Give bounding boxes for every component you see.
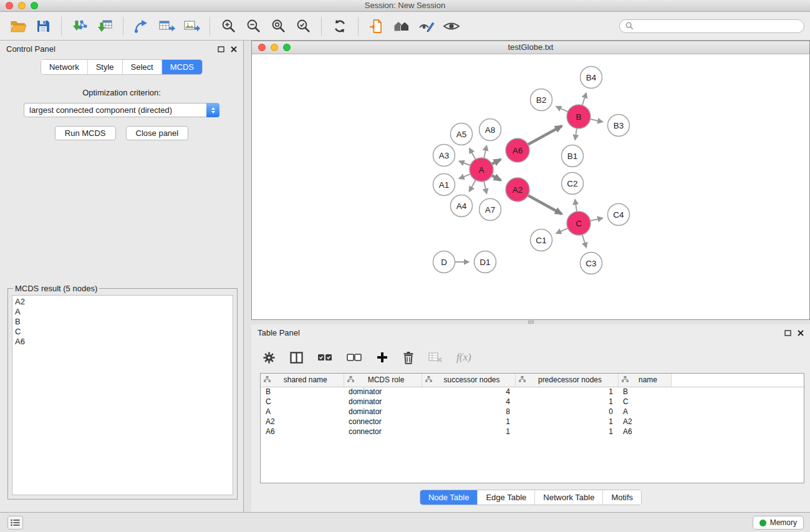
control-panel-tab-style[interactable]: Style xyxy=(88,60,123,74)
mcds-result-item[interactable]: B xyxy=(15,317,230,327)
graph-node-C2[interactable]: C2 xyxy=(562,173,584,195)
close-window-button[interactable] xyxy=(6,2,13,9)
graph-edge-A6-B[interactable] xyxy=(528,126,562,145)
node-table-container[interactable]: shared nameMCDS rolesuccessor nodesprede… xyxy=(260,373,804,483)
graph-node-A1[interactable]: A1 xyxy=(433,174,455,196)
zoom-in-button[interactable] xyxy=(218,15,238,37)
graph-node-B2[interactable]: B2 xyxy=(531,89,552,111)
table-cell[interactable]: 1 xyxy=(422,417,515,427)
graph-node-C4[interactable]: C4 xyxy=(608,204,630,226)
float-panel-icon[interactable] xyxy=(784,330,791,336)
table-cell[interactable]: dominator xyxy=(344,397,422,407)
memory-button[interactable]: Memory xyxy=(753,516,804,530)
column-header-predecessor-nodes[interactable]: predecessor nodes xyxy=(515,374,618,387)
mcds-result-item[interactable]: A xyxy=(15,307,230,317)
minimize-window-button[interactable] xyxy=(18,2,26,9)
network-minimize-button[interactable] xyxy=(271,44,278,51)
table-cell[interactable]: A6 xyxy=(618,427,671,437)
graph-edge-B-B3[interactable] xyxy=(591,119,603,122)
export-table-button[interactable] xyxy=(157,15,176,37)
graph-edge-C-C4[interactable] xyxy=(591,218,603,221)
table-row[interactable]: Adominator80A xyxy=(261,407,804,417)
graph-node-A5[interactable]: A5 xyxy=(451,123,473,145)
mcds-result-item[interactable]: A6 xyxy=(15,337,230,347)
table-row[interactable]: Bdominator41B xyxy=(261,387,804,397)
graph-node-B4[interactable]: B4 xyxy=(581,67,602,89)
graph-edge-A-A5[interactable] xyxy=(470,148,476,159)
graph-node-A4[interactable]: A4 xyxy=(451,195,473,217)
column-header-successor-nodes[interactable]: successor nodes xyxy=(422,374,515,387)
table-cell[interactable]: 1 xyxy=(515,387,618,397)
table-tab-motifs[interactable]: Motifs xyxy=(603,490,641,505)
table-cell[interactable]: A xyxy=(618,407,671,417)
table-cell[interactable]: A2 xyxy=(618,417,671,427)
control-panel-tab-mcds[interactable]: MCDS xyxy=(162,60,202,74)
table-cell[interactable]: A6 xyxy=(261,427,344,437)
open-report-button[interactable] xyxy=(367,15,387,37)
graph-edge-A-A3[interactable] xyxy=(460,162,471,166)
graph-node-A2[interactable]: A2 xyxy=(506,178,529,201)
graph-node-D1[interactable]: D1 xyxy=(475,251,496,273)
graph-edge-A-A4[interactable] xyxy=(470,180,476,191)
select-all-button[interactable] xyxy=(317,353,332,362)
graph-node-C3[interactable]: C3 xyxy=(581,253,602,274)
show-graphics-details-button[interactable] xyxy=(441,15,461,37)
search-input[interactable] xyxy=(637,22,798,31)
graph-node-B3[interactable]: B3 xyxy=(608,115,630,137)
graph-edge-C-C2[interactable] xyxy=(575,200,577,211)
graph-edge-B-B4[interactable] xyxy=(582,93,586,105)
show-columns-button[interactable] xyxy=(290,352,303,364)
close-panel-icon[interactable] xyxy=(231,46,237,52)
table-cell[interactable]: 1 xyxy=(515,427,618,437)
table-cell[interactable]: 1 xyxy=(515,397,618,407)
column-header-MCDS-role[interactable]: MCDS role xyxy=(344,374,422,387)
toggle-graphics-details-button[interactable] xyxy=(417,15,436,37)
mcds-result-item[interactable]: C xyxy=(15,327,230,337)
panel-splitter[interactable] xyxy=(251,320,810,324)
graph-node-B1[interactable]: B1 xyxy=(562,145,584,167)
table-cell[interactable]: 1 xyxy=(422,427,515,437)
graph-node-A6[interactable]: A6 xyxy=(506,138,529,162)
table-cell[interactable]: B xyxy=(618,387,671,397)
import-table-button[interactable] xyxy=(95,15,115,37)
table-cell[interactable]: dominator xyxy=(344,407,422,417)
graph-edge-C-C3[interactable] xyxy=(582,235,586,248)
table-cell[interactable]: 4 xyxy=(422,387,515,397)
export-network-button[interactable] xyxy=(132,15,152,37)
table-cell[interactable]: 1 xyxy=(515,417,618,427)
graph-edge-C-C1[interactable] xyxy=(556,228,568,233)
table-cell[interactable]: 4 xyxy=(422,397,515,407)
column-header-shared-name[interactable]: shared name xyxy=(261,374,344,387)
control-panel-header[interactable]: Control Panel xyxy=(0,41,243,57)
graph-node-A[interactable]: A xyxy=(470,158,493,181)
graph-edge-A-A2[interactable] xyxy=(492,175,501,180)
apply-layout-button[interactable] xyxy=(330,15,350,37)
close-panel-button[interactable]: Close panel xyxy=(126,126,189,140)
graph-node-A7[interactable]: A7 xyxy=(480,199,501,221)
table-panel-header[interactable]: Table Panel xyxy=(251,324,810,341)
graph-edge-A-A7[interactable] xyxy=(484,181,486,194)
graph-node-C1[interactable]: C1 xyxy=(531,230,552,251)
table-cell[interactable]: A xyxy=(261,407,344,417)
criterion-dropdown[interactable]: largest connected component (directed) xyxy=(24,103,219,117)
network-zoom-button[interactable] xyxy=(283,44,291,51)
network-graph[interactable]: B4B2BB3A5A8A6A3AB1A1A2C2A4A7C4CC1C3DD1 xyxy=(252,55,809,319)
table-cell[interactable]: dominator xyxy=(344,387,422,397)
zoom-window-button[interactable] xyxy=(31,2,38,9)
create-column-button[interactable] xyxy=(376,351,388,364)
table-cell[interactable]: 8 xyxy=(422,407,515,417)
home-button[interactable] xyxy=(392,15,412,37)
table-cell[interactable]: connector xyxy=(344,417,422,427)
import-network-button[interactable] xyxy=(70,15,90,37)
table-tab-edge-table[interactable]: Edge Table xyxy=(478,490,535,505)
export-image-button[interactable] xyxy=(181,15,201,37)
table-tab-node-table[interactable]: Node Table xyxy=(420,490,478,505)
graph-edge-A-A8[interactable] xyxy=(484,146,486,158)
function-builder-button[interactable]: f(x) xyxy=(456,351,471,364)
network-window-titlebar[interactable]: testGlobe.txt xyxy=(252,41,809,54)
float-panel-icon[interactable] xyxy=(218,46,224,52)
graph-edge-B-B1[interactable] xyxy=(575,128,577,140)
table-options-button[interactable] xyxy=(263,351,276,364)
table-cell[interactable]: connector xyxy=(344,427,422,437)
table-cell[interactable]: A2 xyxy=(261,417,344,427)
